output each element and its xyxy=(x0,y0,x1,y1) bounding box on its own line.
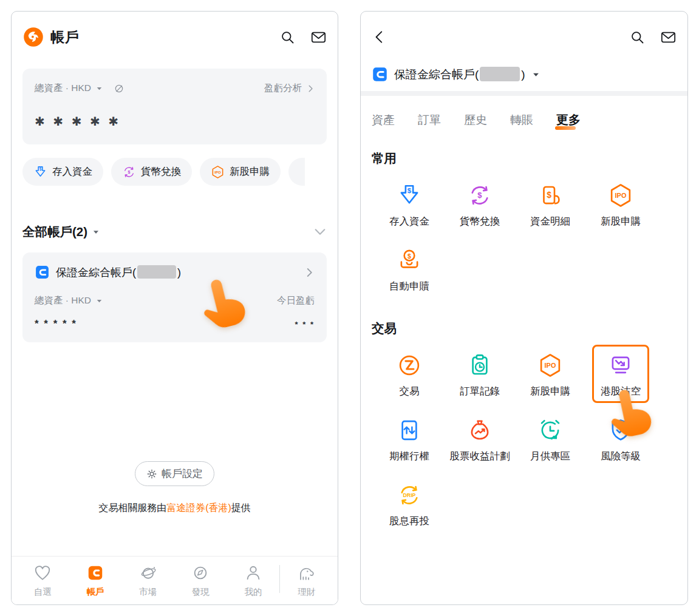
document-arrows-icon xyxy=(397,418,422,443)
grid-item-label: 股息再投 xyxy=(389,515,429,528)
currency-exchange-button[interactable]: $ 貨幣兌換 xyxy=(111,158,192,186)
tab-label: 我的 xyxy=(245,586,262,598)
card-asset-label[interactable]: 總資產 · HKD xyxy=(35,294,91,307)
svg-text:$: $ xyxy=(407,187,412,194)
grid-item-hk-short-sell[interactable]: 港股沽空 xyxy=(585,353,656,398)
tab-label: 市場 xyxy=(139,586,157,598)
section-heading-trade: 交易 xyxy=(372,320,677,337)
tab-orders[interactable]: 訂單 xyxy=(418,112,441,128)
left-header: 帳戶 xyxy=(22,20,327,54)
ipo-icon: IPO xyxy=(537,353,563,378)
tab-markets[interactable]: 市場 xyxy=(121,564,174,598)
grid-item-label: 風險等級 xyxy=(601,450,641,463)
recurring-clock-icon xyxy=(537,418,563,443)
grid-item-stock-yield-plan[interactable]: 股票收益計劃 xyxy=(445,418,515,463)
search-icon[interactable] xyxy=(279,29,296,46)
account-type-icon xyxy=(372,66,388,83)
account-more-screen: 保證金綜合帳戶() 資產 訂單 歷史 轉賬 更多 常用 $ 存入資金 $ xyxy=(360,11,688,605)
svg-text:$: $ xyxy=(477,191,482,200)
svg-text:$: $ xyxy=(547,190,551,200)
grid-item-monthly-plan[interactable]: 月供專區 xyxy=(515,418,585,463)
grid-item-label: 新股申購 xyxy=(530,385,570,398)
grid-item-auto-subscribe[interactable]: $ 自動申贖 xyxy=(374,248,445,293)
deposit-label: 存入資金 xyxy=(52,165,92,178)
ipo-subscribe-button[interactable]: IPO 新股申購 xyxy=(200,158,281,186)
tab-label: 帳戶 xyxy=(87,586,104,598)
mail-icon[interactable] xyxy=(660,29,677,46)
grid-item-drip[interactable]: DRIP 股息再投 xyxy=(374,482,445,528)
exchange-label: 貨幣兌換 xyxy=(141,165,181,178)
grid-item-ipo2[interactable]: IPO 新股申購 xyxy=(515,353,585,398)
all-accounts-header[interactable]: 全部帳戶(2) xyxy=(22,223,327,240)
compass-icon xyxy=(191,564,210,582)
grid-item-label: 資金明細 xyxy=(530,215,570,228)
margin-account-card[interactable]: 保證金綜合帳戶() 總資產 · HKD 今日盈虧 * * * * * * * * xyxy=(22,252,327,342)
search-icon[interactable] xyxy=(629,29,646,46)
quick-action-partial[interactable] xyxy=(288,158,305,186)
tab-transfer[interactable]: 轉賬 xyxy=(510,112,533,128)
all-accounts-label: 全部帳戶(2) xyxy=(22,223,87,240)
mail-icon[interactable] xyxy=(310,29,327,46)
grid-item-label: 貨幣兌換 xyxy=(460,215,500,228)
planet-icon xyxy=(139,564,157,582)
chevron-right-icon xyxy=(304,267,315,278)
service-provider-note: 交易相關服務由富途證券(香港)提供 xyxy=(22,502,327,515)
deposit-icon: $ xyxy=(397,183,422,208)
screenshot: 帳戶 總資產 · HKD 盈虧分析 xyxy=(0,0,699,616)
tab-watchlist[interactable]: 自選 xyxy=(16,564,69,598)
tab-label: 發現 xyxy=(192,586,210,598)
svg-text:$: $ xyxy=(407,252,411,260)
chevron-right-icon xyxy=(306,84,315,93)
trade-icon xyxy=(397,353,422,378)
grid-item-deposit[interactable]: $ 存入資金 xyxy=(374,183,445,228)
settings-label: 帳戶設定 xyxy=(162,467,203,481)
tab-assets[interactable]: 資產 xyxy=(372,112,395,128)
wallet-icon xyxy=(86,564,104,582)
pl-analysis-link[interactable]: 盈虧分析 xyxy=(264,82,302,95)
total-assets-label[interactable]: 總資產 · HKD xyxy=(35,82,91,95)
tab-account[interactable]: 帳戶 xyxy=(69,564,122,598)
account-name: 保證金綜合帳戶() xyxy=(56,265,181,280)
page-title: 帳戶 xyxy=(50,28,80,47)
deposit-icon: $ xyxy=(33,165,52,179)
account-settings-button[interactable]: 帳戶設定 xyxy=(135,461,214,486)
ipo-icon: IPO xyxy=(211,165,230,179)
tab-history[interactable]: 歷史 xyxy=(464,112,487,128)
svg-text:IPO: IPO xyxy=(214,170,221,174)
grid-item-label: 期權行權 xyxy=(389,450,429,463)
caret-down-icon xyxy=(531,70,540,79)
grid-item-label: 新股申購 xyxy=(601,215,641,228)
trade-grid: 交易 訂單記錄 IPO 新股申購 港股沽空 xyxy=(374,353,656,528)
section-divider xyxy=(361,91,687,96)
elephant-icon xyxy=(298,564,316,582)
back-icon[interactable] xyxy=(372,29,387,45)
common-grid: $ 存入資金 $ 貨幣兌換 $ 資金明細 IPO 新股申購 xyxy=(374,183,656,293)
tab-wealth[interactable]: 理財 xyxy=(280,564,333,598)
grid-item-ipo[interactable]: IPO 新股申購 xyxy=(585,183,656,228)
account-selector[interactable]: 保證金綜合帳戶() xyxy=(372,66,677,83)
redacted-account-number xyxy=(480,67,520,81)
account-name: 保證金綜合帳戶() xyxy=(394,67,525,83)
grid-item-funds-detail[interactable]: $ 資金明細 xyxy=(515,183,585,228)
account-tabs: 資產 訂單 歷史 轉賬 更多 xyxy=(372,112,677,128)
grid-item-exchange[interactable]: $ 貨幣兌換 xyxy=(445,183,515,228)
coin-tray-icon: $ xyxy=(397,248,422,273)
grid-item-order-record[interactable]: 訂單記錄 xyxy=(445,353,515,398)
grid-item-label: 交易 xyxy=(400,385,420,398)
today-pl-label: 今日盈虧 xyxy=(277,294,315,307)
tab-more[interactable]: 更多 xyxy=(556,112,581,128)
grid-item-option-exercise[interactable]: 期權行權 xyxy=(374,418,445,463)
grid-item-label: 自動申贖 xyxy=(389,280,429,293)
masked-account-assets: * * * * * xyxy=(35,318,77,330)
tab-discover[interactable]: 發現 xyxy=(174,564,227,598)
collapse-chevron-icon[interactable] xyxy=(313,225,327,239)
deposit-funds-button[interactable]: $ 存入資金 xyxy=(22,158,103,186)
exchange-icon: $ xyxy=(467,183,493,208)
hide-balance-icon[interactable] xyxy=(113,83,125,95)
svg-text:$: $ xyxy=(39,167,42,172)
right-header xyxy=(372,20,677,54)
money-bag-icon xyxy=(467,418,493,443)
grid-item-trade[interactable]: 交易 xyxy=(374,353,445,398)
total-assets-card[interactable]: 總資產 · HKD 盈虧分析 ✱ ✱ ✱ ✱ ✱ xyxy=(22,69,327,144)
tab-me[interactable]: 我的 xyxy=(227,564,280,598)
